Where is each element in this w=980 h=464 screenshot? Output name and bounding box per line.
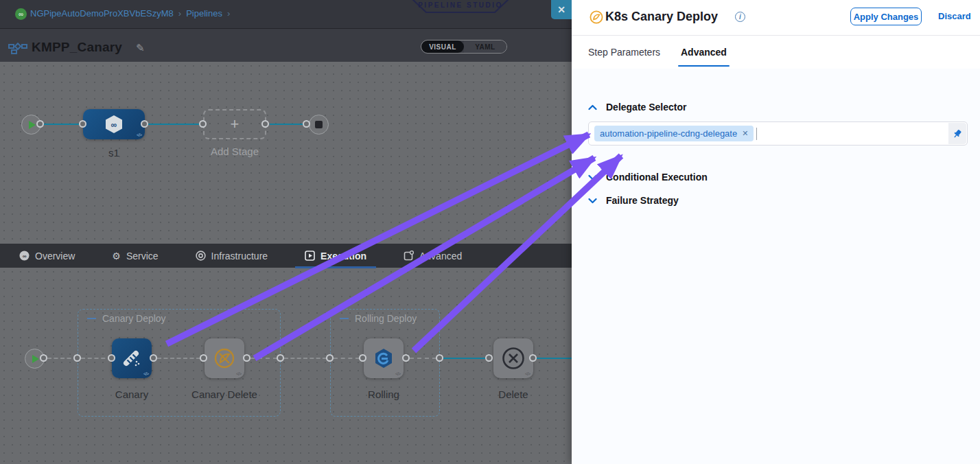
port: [243, 354, 250, 362]
breadcrumb-pipelines-link[interactable]: Pipelines: [186, 8, 222, 19]
group-label-canary-deploy[interactable]: Canary Deploy: [87, 313, 166, 324]
exec-edge: [537, 358, 572, 359]
add-stage-label: Add Stage: [211, 146, 259, 157]
step-label: Canary: [115, 388, 148, 400]
visual-yaml-toggle: VISUAL YAML: [421, 40, 507, 54]
add-stage-button[interactable]: +: [203, 109, 266, 139]
graph-edge: [270, 124, 303, 125]
tab-infrastructure[interactable]: Infrastructure: [196, 251, 268, 262]
tab-label: Advanced: [419, 251, 462, 262]
tab-label: Service: [126, 251, 159, 262]
text-caret: [756, 128, 757, 140]
exec-edge: [443, 358, 486, 359]
collapse-group-icon[interactable]: [340, 318, 349, 319]
port: [73, 354, 81, 362]
section-delegate-selector[interactable]: Delegate Selector: [588, 102, 687, 113]
stage-graph-canvas[interactable]: [0, 62, 572, 244]
exec-edge: [334, 358, 360, 359]
delegate-tag-label: automation-pipeline-cdng-delegate: [600, 128, 737, 139]
breadcrumb-separator: ›: [178, 8, 181, 19]
cd-stage-icon: ∞: [83, 109, 145, 139]
overview-icon: ∞: [19, 251, 30, 261]
port: [485, 354, 493, 362]
drawer-content: Delegate Selector automation-pipeline-cd…: [572, 69, 980, 464]
breadcrumb-project-link[interactable]: NGPipeAutoDemoProXBVbESzyM8: [30, 8, 174, 19]
port: [529, 354, 537, 362]
code-glyph: </>: [525, 371, 530, 376]
code-glyph: </>: [143, 371, 148, 376]
port: [261, 120, 269, 128]
port: [79, 120, 86, 128]
k8s-canary-deploy-icon: [590, 10, 603, 24]
apply-changes-button[interactable]: Apply Changes: [850, 8, 922, 25]
code-glyph: </>: [137, 132, 141, 137]
code-glyph: </>: [395, 371, 400, 376]
tab-label: Execution: [320, 251, 366, 262]
port: [277, 354, 284, 362]
canary-delete-icon: [213, 347, 235, 369]
advanced-icon: [404, 251, 414, 261]
exec-edge: [250, 358, 277, 359]
graph-edge: [44, 124, 83, 125]
step-config-drawer: K8s Canary Deploy i Apply Changes Discar…: [572, 0, 980, 464]
chevron-down-icon[interactable]: [588, 174, 597, 181]
toggle-visual[interactable]: VISUAL: [421, 40, 464, 53]
k8s-canary-icon: [120, 347, 143, 370]
play-icon: [29, 121, 36, 129]
step-group-canary-deploy[interactable]: [78, 309, 281, 417]
edit-pipeline-name-icon[interactable]: ✎: [136, 42, 145, 54]
tab-advanced[interactable]: Advanced: [681, 47, 727, 58]
stage-node-s1[interactable]: ∞ </>: [83, 109, 145, 139]
pin-toggle[interactable]: [948, 123, 966, 144]
exec-edge: [410, 358, 436, 359]
port: [36, 120, 44, 128]
port: [303, 120, 310, 128]
section-conditional-execution[interactable]: Conditional Execution: [588, 172, 708, 183]
delegate-tag-chip[interactable]: automation-pipeline-cdng-delegate ✕: [594, 126, 754, 141]
section-title: Failure Strategy: [606, 195, 679, 206]
tab-execution[interactable]: Execution: [305, 251, 366, 262]
step-node-rolling[interactable]: </>: [364, 338, 404, 378]
pin-icon: [953, 129, 962, 139]
pipeline-studio-canvas: ∞ NGPipeAutoDemoProXBVbESzyM8 › Pipeline…: [0, 0, 572, 464]
chevron-up-icon[interactable]: [588, 104, 597, 111]
code-glyph: </>: [236, 371, 241, 376]
port: [326, 354, 334, 362]
port: [150, 354, 157, 362]
chevron-down-icon[interactable]: [588, 198, 597, 204]
section-failure-strategy[interactable]: Failure Strategy: [588, 195, 679, 206]
port: [108, 354, 115, 362]
stage-tab-bar: ∞ Overview ⚙ Service Infrastructure Exec…: [0, 244, 572, 268]
pipeline-icon: [8, 43, 27, 55]
tab-advanced[interactable]: Advanced: [404, 251, 462, 262]
tab-service[interactable]: ⚙ Service: [112, 251, 158, 262]
port: [200, 354, 207, 362]
plus-icon: +: [231, 115, 240, 133]
port: [436, 354, 443, 362]
tab-step-parameters[interactable]: Step Parameters: [588, 47, 660, 58]
breadcrumb: NGPipeAutoDemoProXBVbESzyM8 › Pipelines …: [30, 8, 230, 19]
step-node-canary[interactable]: </>: [112, 338, 152, 378]
graph-end-node: [309, 115, 329, 135]
delegate-selector-input[interactable]: automation-pipeline-cdng-delegate ✕: [588, 121, 968, 146]
infrastructure-icon: [196, 251, 206, 261]
tab-overview[interactable]: ∞ Overview: [19, 251, 75, 262]
step-label: Delete: [498, 388, 528, 400]
remove-tag-icon[interactable]: ✕: [742, 129, 748, 138]
step-node-delete[interactable]: </>: [493, 338, 533, 378]
info-icon[interactable]: i: [735, 12, 745, 22]
step-node-canary-delete[interactable]: </>: [205, 338, 244, 378]
discard-button[interactable]: Discard: [938, 11, 971, 21]
collapse-group-icon[interactable]: [87, 318, 96, 319]
group-label-rolling-deploy[interactable]: Rolling Deploy: [340, 313, 417, 324]
section-title: Delegate Selector: [606, 102, 687, 113]
play-icon: [32, 355, 39, 363]
pipeline-studio-badge: PIPELINE STUDIO: [410, 0, 511, 13]
close-drawer-button[interactable]: ✕: [551, 0, 572, 19]
group-title: Rolling Deploy: [355, 313, 417, 324]
port: [141, 120, 148, 128]
svg-text:∞: ∞: [23, 253, 27, 259]
drawer-tab-bar: Step Parameters Advanced: [572, 36, 980, 69]
toggle-yaml[interactable]: YAML: [464, 40, 506, 53]
port: [402, 354, 410, 362]
